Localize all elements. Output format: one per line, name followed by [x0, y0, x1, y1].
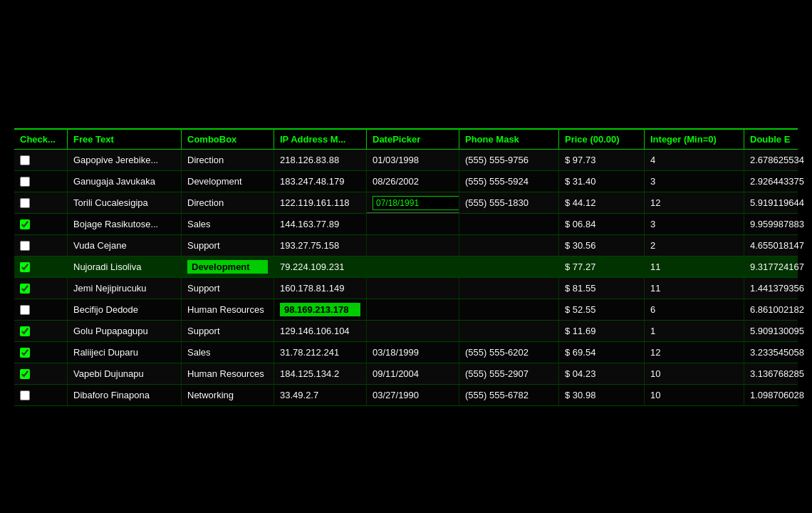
cell-integer: 3 [645, 214, 744, 234]
table-row[interactable]: Vapebi DujunapuHuman Resources184.125.13… [14, 363, 798, 385]
table-row[interactable]: Vuda CejaneSupport193.27.75.158$ 30.5624… [14, 235, 798, 256]
row-checkbox[interactable] [20, 305, 30, 315]
table-row[interactable]: Bojage Rasikutose...Sales144.163.77.89$ … [14, 214, 798, 235]
cell-free-text: Bojage Rasikutose... [68, 214, 182, 234]
table-row[interactable]: Nujoradi LisolivaDevelopment79.224.109.2… [14, 256, 798, 278]
cell-free-text: Torili Cucalesigipa [68, 192, 182, 213]
row-checkbox[interactable] [20, 262, 30, 272]
cell-combo: Support [182, 278, 274, 299]
row-checkbox[interactable] [20, 198, 30, 208]
cell-phone: (555) 555-6782 [459, 385, 559, 405]
cell-date: 09/11/2004 [367, 363, 459, 384]
cell-combo: Direction [182, 192, 274, 213]
cell-combo: Development [182, 171, 274, 192]
cell-date [367, 299, 459, 320]
cell-free-text: Jemi Nejipirucuku [68, 278, 182, 299]
cell-free-text: Gapopive Jerebike... [68, 150, 182, 170]
cell-double: 9.959987883 [744, 214, 812, 234]
cell-double: 6.861002182 [744, 299, 812, 320]
cell-integer: 4 [645, 150, 744, 170]
table-row[interactable]: Gapopive Jerebike...Direction218.126.83.… [14, 150, 798, 171]
cell-phone [459, 321, 559, 341]
cell-double: 1.441379356 [744, 278, 812, 299]
cell-double: 2.678625534 [744, 150, 812, 170]
cell-check [14, 192, 68, 213]
cell-free-text: Dibaforo Finapona [68, 385, 182, 405]
cell-ip: 218.126.83.88 [274, 150, 367, 170]
table-row[interactable]: Jemi NejipirucukuSupport160.178.81.149$ … [14, 278, 798, 299]
cell-phone [459, 299, 559, 320]
table-row[interactable]: Dibaforo FinaponaNetworking33.49.2.703/2… [14, 385, 798, 406]
cell-combo: Support [182, 321, 274, 341]
row-checkbox[interactable] [20, 284, 30, 294]
cell-ip: 79.224.109.231 [274, 256, 367, 277]
row-checkbox[interactable] [20, 390, 30, 400]
cell-date: ▼◄July, 1991►SuMoTuWeThFrSa3012345678910… [367, 192, 459, 213]
row-checkbox[interactable] [20, 326, 30, 336]
cell-check [14, 363, 68, 384]
col-header-combo: ComboBox [182, 130, 274, 149]
row-checkbox[interactable] [20, 241, 30, 251]
cell-double: 9.317724167 [744, 256, 812, 277]
cell-check [14, 214, 68, 234]
cell-phone [459, 235, 559, 256]
cell-check [14, 299, 68, 320]
col-header-int: Integer (Min=0) [645, 130, 744, 149]
cell-free-text: Nujoradi Lisoliva [68, 256, 182, 277]
cell-combo: Networking [182, 385, 274, 405]
cell-check [14, 150, 68, 170]
cell-phone: (555) 555-2907 [459, 363, 559, 384]
cell-check [14, 342, 68, 363]
table-row[interactable]: Golu PupapagupuSupport129.146.106.104$ 1… [14, 321, 798, 342]
cell-check [14, 235, 68, 256]
cell-double: 5.919119644 [744, 192, 812, 213]
cell-price: $ 44.12 [559, 192, 645, 213]
cell-double: 5.909130095 [744, 321, 812, 341]
cell-integer: 2 [645, 235, 744, 256]
cell-price: $ 77.27 [559, 256, 645, 277]
col-header-date: DatePicker [367, 130, 459, 149]
cell-integer: 3 [645, 171, 744, 192]
cell-price: $ 11.69 [559, 321, 645, 341]
cell-double: 3.136768285 [744, 363, 812, 384]
row-checkbox[interactable] [20, 155, 30, 165]
cell-check [14, 171, 68, 192]
cell-date [367, 256, 459, 277]
col-header-price: Price (00.00) [559, 130, 645, 149]
row-checkbox[interactable] [20, 348, 30, 358]
row-checkbox[interactable] [20, 369, 30, 379]
cell-free-text: Vapebi Dujunapu [68, 363, 182, 384]
cell-date [367, 235, 459, 256]
row-checkbox[interactable] [20, 177, 30, 187]
col-header-double: Double E [744, 130, 812, 149]
cell-double: 4.655018147 [744, 235, 812, 256]
cell-phone [459, 278, 559, 299]
grid-header: Check... Free Text ComboBox IP Address M… [14, 128, 798, 150]
cell-date [367, 278, 459, 299]
cell-price: $ 52.55 [559, 299, 645, 320]
cell-free-text: Raliijeci Duparu [68, 342, 182, 363]
col-header-ip: IP Address M... [274, 130, 367, 149]
cell-ip: 193.27.75.158 [274, 235, 367, 256]
cell-combo: Support [182, 235, 274, 256]
table-row[interactable]: Raliijeci DuparuSales31.78.212.24103/18/… [14, 342, 798, 363]
cell-price: $ 04.23 [559, 363, 645, 384]
cell-combo: Human Resources [182, 363, 274, 384]
cell-integer: 12 [645, 342, 744, 363]
cell-check [14, 385, 68, 405]
cell-integer: 11 [645, 278, 744, 299]
cell-free-text: Ganugaja Javukaka [68, 171, 182, 192]
cell-double: 1.098706028 [744, 385, 812, 405]
date-input[interactable] [373, 196, 459, 210]
cell-check [14, 256, 68, 277]
cell-check [14, 321, 68, 341]
table-row[interactable]: Torili CucalesigipaDirection122.119.161.… [14, 192, 798, 214]
col-header-phone: Phone Mask [459, 130, 559, 149]
cell-ip: 129.146.106.104 [274, 321, 367, 341]
data-grid: Check... Free Text ComboBox IP Address M… [14, 128, 798, 406]
cell-phone [459, 214, 559, 234]
table-row[interactable]: Ganugaja JavukakaDevelopment183.247.48.1… [14, 171, 798, 192]
row-checkbox[interactable] [20, 219, 30, 229]
table-row[interactable]: Becifijo DedodeHuman Resources98.169.213… [14, 299, 798, 321]
cell-integer: 1 [645, 321, 744, 341]
